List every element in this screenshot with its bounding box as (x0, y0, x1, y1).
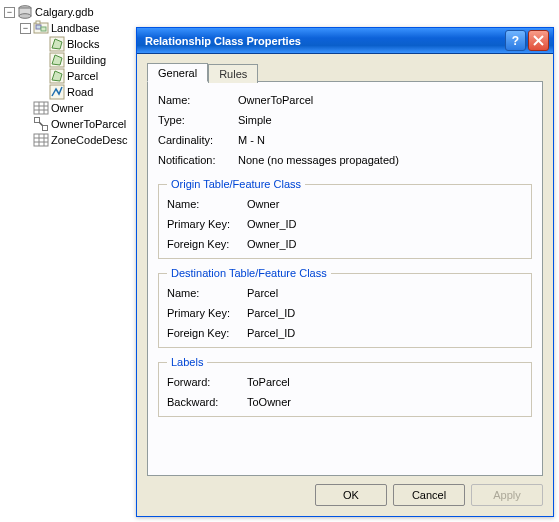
ok-button[interactable]: OK (315, 484, 387, 506)
tree-item-dataset[interactable]: − Landbase (20, 20, 144, 36)
collapse-icon[interactable]: − (20, 23, 31, 34)
tree-item-featureclass[interactable]: Parcel (36, 68, 144, 84)
tree-label: Blocks (67, 38, 99, 50)
table-icon (33, 100, 49, 116)
tree-item-featureclass[interactable]: Blocks (36, 36, 144, 52)
dialog-title: Relationship Class Properties (145, 35, 503, 47)
tree-item-table[interactable]: Owner (20, 100, 144, 116)
table-icon (33, 132, 49, 148)
field-label: Cardinality: (158, 134, 238, 146)
tree-label: OwnerToParcel (51, 118, 126, 130)
svg-rect-6 (41, 27, 46, 31)
group-legend: Destination Table/Feature Class (167, 267, 331, 279)
field-value: ToParcel (247, 376, 290, 388)
group-labels: Labels Forward:ToParcel Backward:ToOwner (158, 356, 532, 417)
tree-item-domain[interactable]: ZoneCodeDesc (20, 132, 144, 148)
cancel-button[interactable]: Cancel (393, 484, 465, 506)
tree-label: Calgary.gdb (35, 6, 94, 18)
properties-dialog: Relationship Class Properties ? General … (136, 27, 554, 517)
dialog-client: General Rules Name:OwnerToParcel Type:Si… (137, 54, 553, 516)
field-label: Name: (158, 94, 238, 106)
svg-rect-4 (36, 21, 40, 24)
relationship-class-icon (33, 116, 49, 132)
group-legend: Labels (167, 356, 207, 368)
group-legend: Origin Table/Feature Class (167, 178, 305, 190)
line-fc-icon (49, 84, 65, 100)
field-label: Foreign Key: (167, 238, 247, 250)
field-label: Primary Key: (167, 218, 247, 230)
field-value: Simple (238, 114, 272, 126)
collapse-icon[interactable]: − (4, 7, 15, 18)
polygon-fc-icon (49, 68, 65, 84)
tree-label: ZoneCodeDesc (51, 134, 127, 146)
field-value: Parcel (247, 287, 278, 299)
close-button[interactable] (528, 30, 549, 51)
tree-label: Owner (51, 102, 83, 114)
svg-rect-19 (35, 118, 40, 123)
apply-button: Apply (471, 484, 543, 506)
field-label: Name: (167, 198, 247, 210)
tree-label: Road (67, 86, 93, 98)
tree-item-relationship[interactable]: OwnerToParcel (20, 116, 144, 132)
field-value: Owner (247, 198, 279, 210)
tab-strip: General Rules (147, 62, 543, 82)
title-bar[interactable]: Relationship Class Properties ? (137, 28, 553, 54)
polygon-fc-icon (49, 36, 65, 52)
field-label: Name: (167, 287, 247, 299)
field-label: Foreign Key: (167, 327, 247, 339)
tree-label: Parcel (67, 70, 98, 82)
field-value: OwnerToParcel (238, 94, 313, 106)
tab-rules[interactable]: Rules (208, 64, 258, 83)
tab-panel-general: Name:OwnerToParcel Type:Simple Cardinali… (147, 82, 543, 476)
tree-item-gdb[interactable]: − Calgary.gdb (4, 4, 144, 20)
field-value: None (no messages propagated) (238, 154, 399, 166)
catalog-tree: − Calgary.gdb − Landbase Blocks (4, 4, 144, 148)
tab-general[interactable]: General (147, 63, 208, 82)
tree-item-featureclass[interactable]: Building (36, 52, 144, 68)
dialog-buttons: OK Cancel Apply (147, 476, 543, 506)
svg-rect-22 (34, 134, 48, 146)
field-value: Parcel_ID (247, 327, 295, 339)
svg-rect-5 (36, 25, 41, 29)
field-value: Owner_ID (247, 238, 297, 250)
svg-rect-20 (43, 126, 48, 131)
help-button[interactable]: ? (505, 30, 526, 51)
tree-item-featureclass[interactable]: Road (36, 84, 144, 100)
field-label: Notification: (158, 154, 238, 166)
group-destination: Destination Table/Feature Class Name:Par… (158, 267, 532, 348)
field-label: Forward: (167, 376, 247, 388)
field-label: Primary Key: (167, 307, 247, 319)
field-value: Parcel_ID (247, 307, 295, 319)
polygon-fc-icon (49, 52, 65, 68)
field-value: Owner_ID (247, 218, 297, 230)
svg-line-21 (40, 123, 43, 126)
field-value: M - N (238, 134, 265, 146)
field-label: Type: (158, 114, 238, 126)
feature-dataset-icon (33, 20, 49, 36)
geodatabase-icon (17, 4, 33, 20)
tree-label: Landbase (51, 22, 99, 34)
tree-label: Building (67, 54, 106, 66)
svg-point-2 (19, 14, 31, 19)
field-label: Backward: (167, 396, 247, 408)
field-value: ToOwner (247, 396, 291, 408)
svg-rect-14 (34, 102, 48, 114)
group-origin: Origin Table/Feature Class Name:Owner Pr… (158, 178, 532, 259)
